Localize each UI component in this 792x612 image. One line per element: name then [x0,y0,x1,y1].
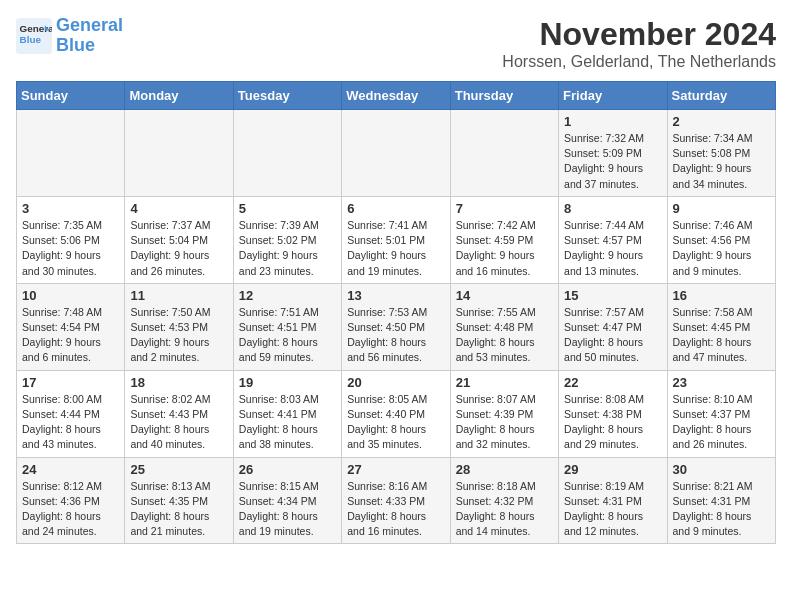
calendar-week-row: 3Sunrise: 7:35 AM Sunset: 5:06 PM Daylig… [17,196,776,283]
day-info: Sunrise: 7:57 AM Sunset: 4:47 PM Dayligh… [564,305,661,366]
logo-text-line1: General [56,16,123,36]
day-info: Sunrise: 8:18 AM Sunset: 4:32 PM Dayligh… [456,479,553,540]
calendar-cell: 11Sunrise: 7:50 AM Sunset: 4:53 PM Dayli… [125,283,233,370]
day-number: 11 [130,288,227,303]
title-area: November 2024 Horssen, Gelderland, The N… [502,16,776,71]
calendar-cell: 2Sunrise: 7:34 AM Sunset: 5:08 PM Daylig… [667,110,775,197]
month-title: November 2024 [502,16,776,53]
calendar-cell: 20Sunrise: 8:05 AM Sunset: 4:40 PM Dayli… [342,370,450,457]
day-number: 25 [130,462,227,477]
day-info: Sunrise: 7:37 AM Sunset: 5:04 PM Dayligh… [130,218,227,279]
day-number: 21 [456,375,553,390]
calendar-table: SundayMondayTuesdayWednesdayThursdayFrid… [16,81,776,544]
day-number: 14 [456,288,553,303]
calendar-cell: 13Sunrise: 7:53 AM Sunset: 4:50 PM Dayli… [342,283,450,370]
day-number: 29 [564,462,661,477]
weekday-header-cell: Tuesday [233,82,341,110]
logo-text-line2: Blue [56,36,123,56]
calendar-cell: 15Sunrise: 7:57 AM Sunset: 4:47 PM Dayli… [559,283,667,370]
calendar-cell: 26Sunrise: 8:15 AM Sunset: 4:34 PM Dayli… [233,457,341,544]
day-number: 20 [347,375,444,390]
weekday-header-cell: Sunday [17,82,125,110]
calendar-cell: 5Sunrise: 7:39 AM Sunset: 5:02 PM Daylig… [233,196,341,283]
calendar-cell: 3Sunrise: 7:35 AM Sunset: 5:06 PM Daylig… [17,196,125,283]
day-number: 19 [239,375,336,390]
day-info: Sunrise: 8:05 AM Sunset: 4:40 PM Dayligh… [347,392,444,453]
calendar-cell [125,110,233,197]
calendar-cell: 17Sunrise: 8:00 AM Sunset: 4:44 PM Dayli… [17,370,125,457]
weekday-header-cell: Thursday [450,82,558,110]
day-info: Sunrise: 8:19 AM Sunset: 4:31 PM Dayligh… [564,479,661,540]
weekday-header-cell: Wednesday [342,82,450,110]
page-header: General Blue General Blue November 2024 … [16,16,776,71]
day-number: 26 [239,462,336,477]
day-info: Sunrise: 7:58 AM Sunset: 4:45 PM Dayligh… [673,305,770,366]
day-number: 27 [347,462,444,477]
day-info: Sunrise: 7:34 AM Sunset: 5:08 PM Dayligh… [673,131,770,192]
calendar-cell [450,110,558,197]
calendar-week-row: 17Sunrise: 8:00 AM Sunset: 4:44 PM Dayli… [17,370,776,457]
day-number: 3 [22,201,119,216]
day-number: 5 [239,201,336,216]
calendar-cell: 16Sunrise: 7:58 AM Sunset: 4:45 PM Dayli… [667,283,775,370]
svg-text:Blue: Blue [20,34,42,45]
calendar-cell: 1Sunrise: 7:32 AM Sunset: 5:09 PM Daylig… [559,110,667,197]
calendar-cell: 14Sunrise: 7:55 AM Sunset: 4:48 PM Dayli… [450,283,558,370]
day-info: Sunrise: 8:03 AM Sunset: 4:41 PM Dayligh… [239,392,336,453]
day-number: 13 [347,288,444,303]
day-number: 22 [564,375,661,390]
day-number: 1 [564,114,661,129]
day-info: Sunrise: 7:55 AM Sunset: 4:48 PM Dayligh… [456,305,553,366]
calendar-cell [342,110,450,197]
day-info: Sunrise: 7:44 AM Sunset: 4:57 PM Dayligh… [564,218,661,279]
day-info: Sunrise: 8:13 AM Sunset: 4:35 PM Dayligh… [130,479,227,540]
day-info: Sunrise: 7:32 AM Sunset: 5:09 PM Dayligh… [564,131,661,192]
day-number: 23 [673,375,770,390]
day-info: Sunrise: 8:12 AM Sunset: 4:36 PM Dayligh… [22,479,119,540]
day-info: Sunrise: 7:46 AM Sunset: 4:56 PM Dayligh… [673,218,770,279]
day-info: Sunrise: 7:41 AM Sunset: 5:01 PM Dayligh… [347,218,444,279]
day-info: Sunrise: 7:39 AM Sunset: 5:02 PM Dayligh… [239,218,336,279]
calendar-cell: 22Sunrise: 8:08 AM Sunset: 4:38 PM Dayli… [559,370,667,457]
calendar-cell: 19Sunrise: 8:03 AM Sunset: 4:41 PM Dayli… [233,370,341,457]
day-info: Sunrise: 7:42 AM Sunset: 4:59 PM Dayligh… [456,218,553,279]
day-info: Sunrise: 8:15 AM Sunset: 4:34 PM Dayligh… [239,479,336,540]
day-number: 8 [564,201,661,216]
calendar-cell: 8Sunrise: 7:44 AM Sunset: 4:57 PM Daylig… [559,196,667,283]
day-info: Sunrise: 7:35 AM Sunset: 5:06 PM Dayligh… [22,218,119,279]
calendar-cell: 27Sunrise: 8:16 AM Sunset: 4:33 PM Dayli… [342,457,450,544]
day-info: Sunrise: 8:02 AM Sunset: 4:43 PM Dayligh… [130,392,227,453]
day-number: 2 [673,114,770,129]
location-title: Horssen, Gelderland, The Netherlands [502,53,776,71]
day-info: Sunrise: 7:48 AM Sunset: 4:54 PM Dayligh… [22,305,119,366]
calendar-cell: 25Sunrise: 8:13 AM Sunset: 4:35 PM Dayli… [125,457,233,544]
calendar-cell: 24Sunrise: 8:12 AM Sunset: 4:36 PM Dayli… [17,457,125,544]
calendar-cell: 23Sunrise: 8:10 AM Sunset: 4:37 PM Dayli… [667,370,775,457]
day-info: Sunrise: 8:00 AM Sunset: 4:44 PM Dayligh… [22,392,119,453]
calendar-cell [233,110,341,197]
day-number: 30 [673,462,770,477]
weekday-header-row: SundayMondayTuesdayWednesdayThursdayFrid… [17,82,776,110]
calendar-cell: 12Sunrise: 7:51 AM Sunset: 4:51 PM Dayli… [233,283,341,370]
calendar-week-row: 24Sunrise: 8:12 AM Sunset: 4:36 PM Dayli… [17,457,776,544]
day-info: Sunrise: 7:51 AM Sunset: 4:51 PM Dayligh… [239,305,336,366]
day-number: 28 [456,462,553,477]
calendar-week-row: 10Sunrise: 7:48 AM Sunset: 4:54 PM Dayli… [17,283,776,370]
day-info: Sunrise: 7:50 AM Sunset: 4:53 PM Dayligh… [130,305,227,366]
day-number: 17 [22,375,119,390]
weekday-header-cell: Friday [559,82,667,110]
day-number: 12 [239,288,336,303]
weekday-header-cell: Monday [125,82,233,110]
logo: General Blue General Blue [16,16,123,56]
calendar-cell: 21Sunrise: 8:07 AM Sunset: 4:39 PM Dayli… [450,370,558,457]
day-number: 9 [673,201,770,216]
day-number: 16 [673,288,770,303]
day-info: Sunrise: 8:10 AM Sunset: 4:37 PM Dayligh… [673,392,770,453]
day-number: 15 [564,288,661,303]
day-number: 18 [130,375,227,390]
day-info: Sunrise: 8:16 AM Sunset: 4:33 PM Dayligh… [347,479,444,540]
day-number: 6 [347,201,444,216]
weekday-header-cell: Saturday [667,82,775,110]
calendar-cell: 9Sunrise: 7:46 AM Sunset: 4:56 PM Daylig… [667,196,775,283]
logo-icon: General Blue [16,18,52,54]
